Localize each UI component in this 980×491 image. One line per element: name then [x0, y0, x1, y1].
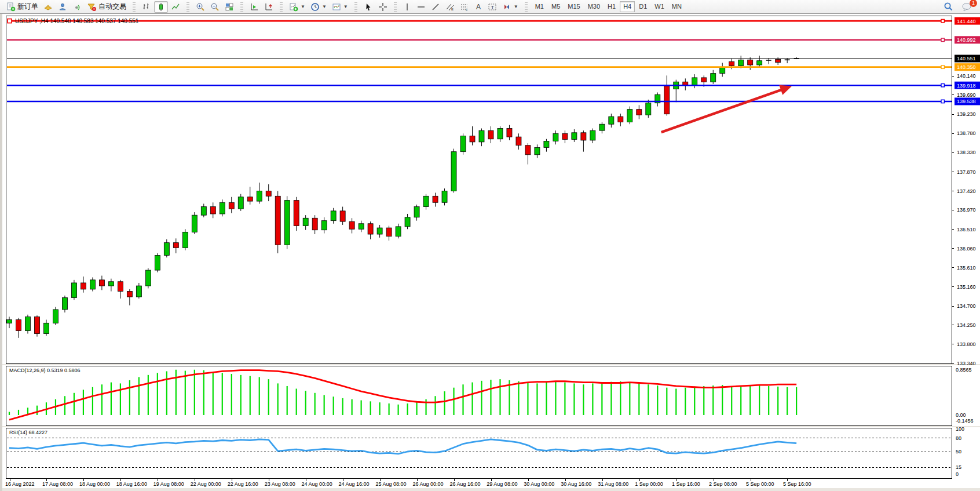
- candle-body: [442, 191, 447, 203]
- toolbar-group-zoom: [192, 1, 238, 13]
- cursor-button[interactable]: [361, 1, 375, 13]
- candle-body: [664, 86, 670, 114]
- zoom-out-icon: [210, 2, 220, 12]
- timeframe-d1-button[interactable]: D1: [635, 1, 650, 12]
- dropdown-arrow-icon[interactable]: ▼: [343, 4, 348, 9]
- signals-icon: [72, 2, 82, 12]
- usdjpy-h4-chart[interactable]: USDJPY ,H4 140.540 140.583 140.537 140.5…: [2, 14, 980, 491]
- svg-text:E: E: [451, 8, 454, 11]
- candle-body: [71, 283, 76, 298]
- toolbar-grip: [394, 2, 397, 12]
- equidistant-channel-icon: E: [445, 2, 455, 12]
- time-axis-label: 29 Aug 08:00: [487, 481, 517, 487]
- horizontal-line-icon: [416, 2, 426, 12]
- timeframe-toolbar: M1M5M15M30H1H4D1W1MN: [530, 1, 687, 13]
- text-button[interactable]: A: [472, 1, 485, 13]
- candle-body: [210, 207, 215, 214]
- timeframe-m1-button[interactable]: M1: [532, 1, 547, 12]
- price-tick-label: 134.700: [957, 303, 976, 309]
- time-axis-label: 25 Aug 08:00: [376, 481, 407, 487]
- line-handle[interactable]: [941, 38, 944, 41]
- line-handle[interactable]: [941, 100, 944, 103]
- candle-body: [618, 117, 623, 122]
- line-handle[interactable]: [941, 84, 944, 87]
- toolbar-grip: [525, 2, 528, 12]
- timeframe-w1-button[interactable]: W1: [651, 1, 668, 12]
- autotrading-button[interactable]: 自动交易: [85, 1, 129, 13]
- periods-button[interactable]: ▼: [308, 1, 329, 13]
- candle-body: [229, 202, 234, 209]
- fibonacci-button[interactable]: F: [458, 1, 471, 13]
- line-handle[interactable]: [941, 19, 944, 22]
- price-tick-label: 135.610: [957, 265, 976, 271]
- shapes-button[interactable]: ▼: [500, 1, 521, 13]
- auto-scroll-button[interactable]: [247, 1, 261, 13]
- line-handle[interactable]: [941, 66, 944, 68]
- time-axis-label: 17 Aug 08:00: [42, 481, 73, 487]
- candle-body: [460, 136, 466, 152]
- time-axis-label: 2 Sep 08:00: [709, 481, 737, 487]
- zoom-out-button[interactable]: [208, 1, 222, 13]
- rsi-axis-label: 100: [956, 426, 964, 432]
- zoom-in-button[interactable]: [193, 1, 207, 13]
- candle-body: [331, 211, 336, 221]
- dropdown-arrow-icon[interactable]: ▼: [514, 4, 518, 9]
- candle-body: [396, 227, 401, 237]
- candle-body: [738, 60, 744, 66]
- candle-body: [377, 228, 382, 234]
- chart-shift-button[interactable]: [262, 1, 276, 13]
- candlestick-chart-icon: [156, 2, 166, 12]
- timeframe-m5-button[interactable]: M5: [548, 1, 564, 12]
- toolbar-group-chart-type: [138, 1, 184, 13]
- candle-body: [498, 129, 503, 139]
- timeframe-h4-button[interactable]: H4: [620, 1, 635, 12]
- crosshair-button[interactable]: [376, 1, 390, 13]
- timeframe-m30-button[interactable]: M30: [584, 1, 604, 12]
- line-chart-button[interactable]: [169, 1, 182, 13]
- templates-button[interactable]: ▼: [330, 1, 350, 13]
- dropdown-arrow-icon[interactable]: ▼: [301, 4, 305, 9]
- candle-body: [53, 310, 58, 323]
- navigator-button[interactable]: [56, 1, 70, 13]
- timeframe-h1-button[interactable]: H1: [604, 1, 619, 12]
- candle-body: [16, 319, 21, 330]
- timeframe-m15-button[interactable]: M15: [564, 1, 583, 12]
- notifications-button[interactable]: 1: [959, 1, 974, 13]
- price-badge-label: 140.992: [957, 37, 976, 43]
- search-button[interactable]: [941, 1, 956, 13]
- candle-body: [81, 283, 86, 289]
- market-watch-button[interactable]: [41, 1, 55, 13]
- vertical-line-button[interactable]: [401, 1, 414, 13]
- periods-clock-icon: [310, 2, 320, 12]
- candle-body: [405, 217, 410, 227]
- text-label-button[interactable]: T: [485, 1, 499, 13]
- tile-windows-button[interactable]: [222, 1, 236, 13]
- indicators-button[interactable]: ▼: [287, 1, 308, 13]
- chart-window[interactable]: USDJPY ,H4 140.540 140.583 140.537 140.5…: [0, 14, 980, 491]
- candle-body: [757, 61, 762, 65]
- bar-chart-icon: [142, 2, 151, 12]
- signals-button[interactable]: [70, 1, 84, 13]
- toolbar-group-trade: 新订单 自动交易: [2, 1, 130, 13]
- timeframe-mn-button[interactable]: MN: [668, 1, 685, 12]
- candlestick-chart-button[interactable]: [154, 1, 168, 13]
- bar-chart-button[interactable]: [140, 1, 153, 13]
- candle-body: [776, 60, 781, 63]
- trendline-button[interactable]: [429, 1, 443, 13]
- candle-body: [729, 61, 734, 66]
- line-handle[interactable]: [8, 19, 12, 23]
- equidistant-channel-button[interactable]: E: [443, 1, 457, 13]
- price-tick-label: 137.420: [957, 188, 976, 194]
- new-order-icon: [6, 2, 16, 12]
- candle-body: [247, 197, 253, 201]
- candle-body: [312, 218, 317, 230]
- templates-icon: [332, 2, 341, 12]
- horizontal-line-button[interactable]: [414, 1, 428, 13]
- dropdown-arrow-icon[interactable]: ▼: [322, 4, 327, 9]
- new-order-button[interactable]: 新订单: [4, 1, 41, 13]
- rsi-panel-frame: [6, 428, 952, 479]
- rsi-axis-label: 15: [956, 464, 961, 470]
- toolbar-grip: [280, 2, 283, 12]
- price-tick-label: 140.140: [957, 73, 976, 79]
- candle-body: [368, 224, 373, 234]
